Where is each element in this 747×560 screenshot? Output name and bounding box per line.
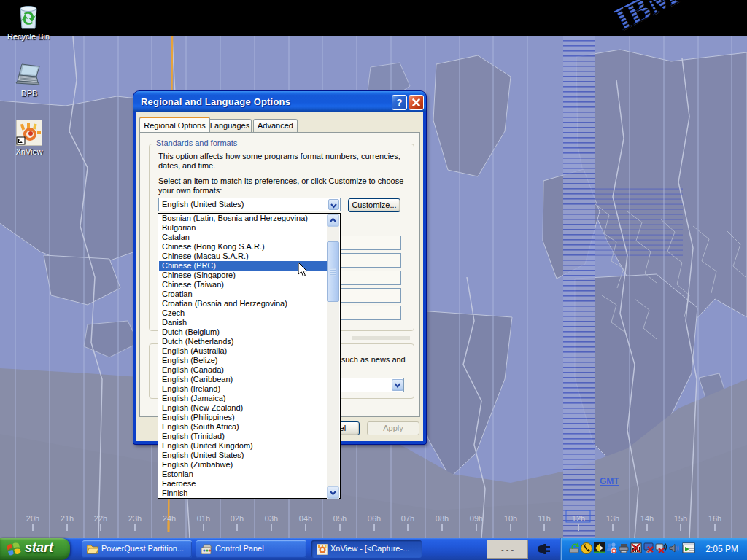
svg-text:09h: 09h xyxy=(470,514,483,523)
svg-text:06h: 06h xyxy=(368,514,381,523)
svg-text:21h: 21h xyxy=(61,514,74,523)
svg-text:12h: 12h xyxy=(572,514,585,523)
svg-text:02h: 02h xyxy=(231,514,244,523)
svg-text:13h: 13h xyxy=(606,514,619,523)
svg-text:10h: 10h xyxy=(504,514,517,523)
svg-text:15h: 15h xyxy=(674,514,687,523)
svg-text:23h: 23h xyxy=(128,514,142,523)
svg-text:14h: 14h xyxy=(640,514,654,523)
svg-text:20h: 20h xyxy=(26,514,39,523)
svg-text:03h: 03h xyxy=(265,514,278,523)
svg-text:08h: 08h xyxy=(436,514,449,523)
svg-text:05h: 05h xyxy=(333,514,347,523)
svg-text:22h: 22h xyxy=(94,514,107,523)
svg-text:11h: 11h xyxy=(538,514,551,523)
svg-text:IBM: IBM xyxy=(609,0,684,36)
svg-text:07h: 07h xyxy=(401,514,414,523)
svg-text:16h: 16h xyxy=(708,514,721,523)
svg-text:01h: 01h xyxy=(197,514,210,523)
svg-text:GMT: GMT xyxy=(600,476,619,486)
svg-text:04h: 04h xyxy=(299,514,312,523)
